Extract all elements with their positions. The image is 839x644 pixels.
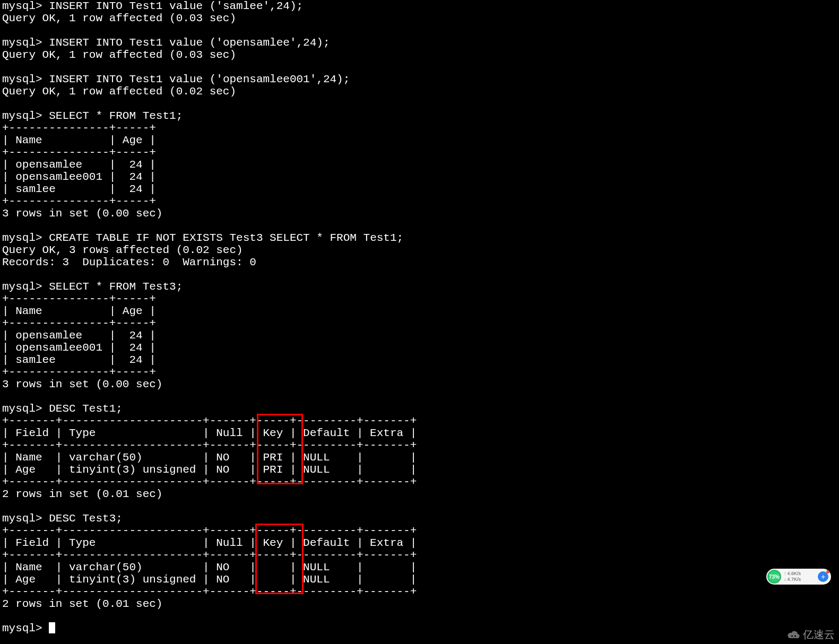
table-border: +---------------+-----+ (2, 195, 156, 207)
prompt: mysql> (2, 403, 42, 415)
sql-command: SELECT * FROM Test3; (49, 281, 183, 293)
expand-button[interactable]: + (818, 571, 828, 582)
sql-command: DESC Test1; (49, 403, 123, 415)
query-result: Query OK, 1 row affected (0.02 sec) (2, 85, 236, 98)
table-border: +-------+---------------------+------+--… (2, 476, 417, 488)
cursor (49, 622, 55, 633)
prompt: mysql> (2, 0, 42, 12)
terminal-window[interactable]: mysql> INSERT INTO Test1 value ('samlee'… (0, 0, 839, 644)
sql-command: INSERT INTO Test1 value ('opensamlee001'… (49, 73, 350, 85)
sql-command: INSERT INTO Test1 value ('opensamlee',24… (49, 37, 330, 49)
sql-command: DESC Test3; (49, 512, 123, 525)
query-result: 2 rows in set (0.01 sec) (2, 598, 162, 610)
terminal-output: mysql> INSERT INTO Test1 value ('samlee'… (2, 0, 417, 634)
table-border: +-------+---------------------+------+--… (2, 415, 417, 427)
network-stats: 4.6K/s 4.7K/s (781, 571, 818, 582)
table-header: | Name | Age | (2, 305, 156, 317)
table-header: | Name | Age | (2, 134, 156, 146)
table-row: | opensamlee001 | 24 | (2, 342, 156, 354)
download-speed: 4.7K/s (784, 577, 818, 582)
cloud-icon (787, 630, 801, 640)
watermark-text: 亿速云 (803, 629, 835, 641)
prompt: mysql> (2, 232, 42, 244)
cpu-usage-badge: 73% (767, 570, 781, 584)
table-row: | samlee | 24 | (2, 183, 156, 195)
sql-command: INSERT INTO Test1 value ('samlee',24); (49, 0, 303, 12)
prompt: mysql> (2, 622, 42, 634)
table-header: | Field | Type | Null | Key | Default | … (2, 537, 417, 549)
cpu-usage-value: 73% (769, 571, 780, 583)
prompt: mysql> (2, 73, 42, 85)
prompt: mysql> (2, 512, 42, 525)
query-result: Query OK, 3 rows affected (0.02 sec) (2, 244, 243, 256)
table-row: | Name | varchar(50) | NO | | NULL | | (2, 561, 417, 573)
query-result: Records: 3 Duplicates: 0 Warnings: 0 (2, 256, 256, 268)
table-row: | opensamlee001 | 24 | (2, 171, 156, 183)
table-row: | opensamlee | 24 | (2, 329, 156, 342)
table-border: +-------+---------------------+------+--… (2, 439, 417, 451)
table-row: | Age | tinyint(3) unsigned | NO | | NUL… (2, 573, 417, 586)
network-monitor-widget[interactable]: 73% 4.6K/s 4.7K/s + (766, 569, 831, 585)
sql-command: CREATE TABLE IF NOT EXISTS Test3 SELECT … (49, 232, 403, 244)
watermark: 亿速云 (787, 629, 835, 641)
table-header: | Field | Type | Null | Key | Default | … (2, 427, 417, 439)
table-row: | samlee | 24 | (2, 354, 156, 366)
query-result: Query OK, 1 row affected (0.03 sec) (2, 12, 236, 24)
table-border: +-------+---------------------+------+--… (2, 586, 417, 598)
table-border: +---------------+-----+ (2, 366, 156, 378)
query-result: 3 rows in set (0.00 sec) (2, 378, 162, 390)
prompt: mysql> (2, 110, 42, 122)
sql-command: SELECT * FROM Test1; (49, 110, 183, 122)
table-border: +---------------+-----+ (2, 146, 156, 159)
table-border: +---------------+-----+ (2, 317, 156, 329)
table-border: +---------------+-----+ (2, 293, 156, 305)
table-row: | Name | varchar(50) | NO | PRI | NULL |… (2, 451, 417, 464)
upload-speed: 4.6K/s (784, 571, 818, 577)
prompt: mysql> (2, 37, 42, 49)
table-border: +---------------+-----+ (2, 122, 156, 134)
query-result: 3 rows in set (0.00 sec) (2, 207, 162, 220)
table-border: +-------+---------------------+------+--… (2, 525, 417, 537)
query-result: 2 rows in set (0.01 sec) (2, 488, 162, 500)
prompt: mysql> (2, 281, 42, 293)
table-border: +-------+---------------------+------+--… (2, 549, 417, 561)
query-result: Query OK, 1 row affected (0.03 sec) (2, 49, 236, 61)
table-row: | Age | tinyint(3) unsigned | NO | PRI |… (2, 464, 417, 476)
table-row: | opensamlee | 24 | (2, 159, 156, 171)
